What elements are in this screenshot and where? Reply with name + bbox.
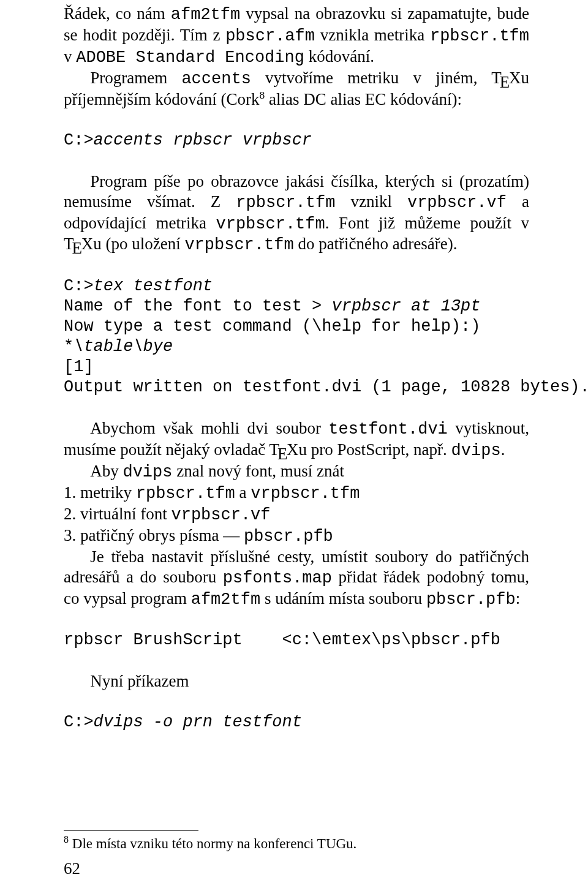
command-input: accents rpbscr vrpbscr <box>94 131 312 149</box>
code: vrpbscr.tfm <box>216 215 325 233</box>
footnote: 8 Dle místa vzniku této normy na konfere… <box>64 835 529 853</box>
text: alias DC alias EC kódování): <box>265 90 462 108</box>
text: znal nový font, musí znát <box>172 462 344 480</box>
text: Programem <box>90 69 181 87</box>
paragraph-5: Aby dvips znal nový font, musí znát <box>64 461 529 483</box>
paragraph-6: Je třeba nastavit příslušné cesty, umíst… <box>64 547 529 610</box>
tex-logo: TEX <box>269 440 298 459</box>
paragraph-2: Programem accents vytvoříme metriku v ji… <box>64 68 529 110</box>
output-line: Name of the font to test > <box>64 297 331 315</box>
code: pbscr.afm <box>225 27 315 45</box>
text: Nyní příkazem <box>90 672 189 690</box>
text: s udáním místa souboru <box>260 589 426 608</box>
code: rpbscr.tfm <box>236 194 335 212</box>
tex-e: E <box>277 445 288 463</box>
text: vytvoříme metriku v jiném, <box>251 69 491 87</box>
command-1: C:>accents rpbscr vrpbscr <box>64 130 529 151</box>
tex-x: X <box>287 440 299 459</box>
prompt: C:> <box>64 131 94 149</box>
text: 3. patřičný obrys písma — <box>64 526 244 544</box>
tex-logo: TEX <box>64 235 93 253</box>
prompt: C:> <box>64 277 94 295</box>
output-line: Output written on testfont.dvi (1 page, … <box>64 378 588 396</box>
code: vrpbscr.tfm <box>184 236 293 254</box>
list-item-1: 1. metriky rpbscr.tfm a vrpbscr.tfm <box>64 483 529 504</box>
command-input: tex testfont <box>94 277 213 295</box>
footnote-ref: 8 <box>259 89 265 101</box>
prompt: C:> <box>64 713 94 731</box>
text: kódování. <box>304 47 374 66</box>
code: psfonts.map <box>223 569 332 587</box>
list-item-3: 3. patřičný obrys písma — pbscr.pfb <box>64 525 529 547</box>
text: . Font již můžeme použít v <box>325 214 529 232</box>
footnote-text: Dle místa vzniku této normy na konferenc… <box>69 836 356 851</box>
paragraph-7: Nyní příkazem <box>64 671 529 691</box>
code: ADOBE Standard Encoding <box>76 48 304 67</box>
text: : <box>516 589 521 608</box>
paragraph-1: Řádek, co nám afm2tfm vypsal na obrazovk… <box>64 4 529 68</box>
text: . <box>501 440 505 459</box>
code: accents <box>181 70 251 88</box>
code: vrpbscr.vf <box>171 506 270 524</box>
footnote-rule <box>64 830 198 831</box>
text: 2. virtuální font <box>64 505 171 523</box>
text: u pro PostScript, např. <box>299 440 451 459</box>
page-container: Řádek, co nám afm2tfm vypsal na obrazovk… <box>0 0 588 896</box>
list-item-2: 2. virtuální font vrpbscr.vf <box>64 504 529 525</box>
code: vrpbscr.vf <box>407 194 507 212</box>
user-input: vrpbscr at 13pt <box>331 297 480 315</box>
output-line: Now type a test command (\help for help)… <box>64 317 481 336</box>
page-number: 62 <box>64 859 80 879</box>
code: pbscr.pfb <box>244 527 333 546</box>
paragraph-3: Program píše po obrazovce jakási čísílka… <box>64 171 529 256</box>
tex-logo: TEX <box>491 69 521 87</box>
code: pbscr.pfb <box>426 590 516 609</box>
text: vznikla metrika <box>315 26 430 44</box>
text: Řádek, co nám <box>64 4 171 23</box>
text: Aby <box>90 462 123 480</box>
code: vrpbscr.tfm <box>251 484 360 503</box>
terminal-block: C:>tex testfont Name of the font to test… <box>64 276 529 397</box>
text: vznikl <box>335 192 407 211</box>
code: rpbscr.tfm <box>136 484 235 503</box>
user-input: \table\bye <box>74 337 173 356</box>
tex-x: X <box>509 69 521 87</box>
footnote-mark: 8 <box>64 834 69 845</box>
command-input: dvips -o prn testfont <box>94 713 302 731</box>
text: do patřičného adresáře). <box>294 235 458 253</box>
tex-x: X <box>81 235 94 253</box>
tex-e: E <box>500 73 510 91</box>
code: dvips <box>451 442 501 460</box>
text: Abychom však mohli dvi soubor <box>90 419 328 437</box>
command-2: C:>dvips -o prn testfont <box>64 712 529 732</box>
footnote-area: 8 Dle místa vzniku této normy na konfere… <box>64 830 529 853</box>
code: afm2tfm <box>191 590 260 609</box>
paragraph-4: Abychom však mohli dvi soubor testfont.d… <box>64 418 529 461</box>
text: v <box>64 47 76 66</box>
text: 1. metriky <box>64 483 136 502</box>
code: testfont.dvi <box>328 420 447 439</box>
code: rpbscr.tfm <box>430 27 529 45</box>
map-line: rpbscr BrushScript <c:\emtex\ps\pbscr.pf… <box>64 630 529 650</box>
text: u (po uložení <box>93 235 184 253</box>
code: dvips <box>123 463 172 481</box>
tex-e: E <box>72 239 83 257</box>
prompt-star: * <box>64 337 74 356</box>
output-line: [1] <box>64 358 94 376</box>
code: afm2tfm <box>171 6 240 24</box>
code-line: rpbscr BrushScript <c:\emtex\ps\pbscr.pf… <box>64 631 500 649</box>
text: a <box>235 483 251 502</box>
